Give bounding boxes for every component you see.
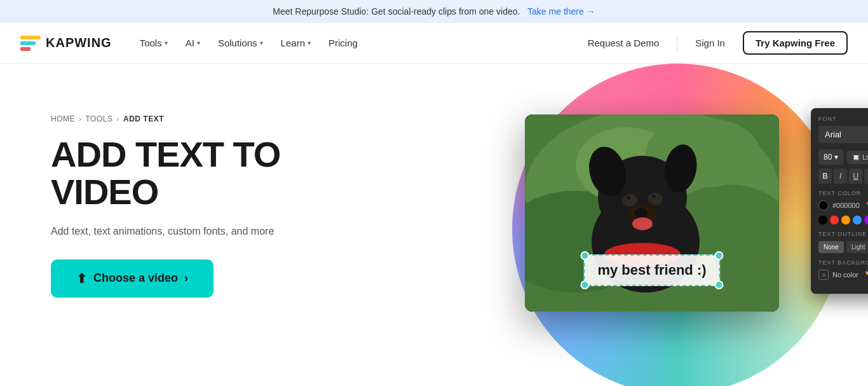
align-left-button[interactable]: ≡ (864, 169, 868, 184)
color-presets (818, 216, 868, 224)
format-buttons: B I U ≡ ☰ ≡ ☰ (818, 169, 868, 184)
svg-point-14 (627, 196, 630, 200)
size-select[interactable]: 80 ▾ (818, 149, 843, 165)
nav-right: Request a Demo Sign In Try Kapwing Free (580, 31, 848, 55)
color-row: #000000 ✏️ (818, 200, 868, 210)
no-color-swatch[interactable]: ⊘ (818, 270, 829, 280)
color-picker-icon-2[interactable]: ✏️ (865, 271, 868, 279)
nav-item-ai[interactable]: AI ▾ (178, 32, 208, 53)
breadcrumb-current: ADD TEXT (123, 114, 164, 123)
chevron-down-icon: ▾ (165, 39, 168, 46)
nav-links: Tools ▾ AI ▾ Solutions ▾ Learn ▾ Pricing (132, 32, 580, 53)
color-preset-purple[interactable] (864, 216, 868, 224)
nav-item-solutions[interactable]: Solutions ▾ (210, 32, 271, 53)
svg-point-15 (652, 195, 656, 198)
breadcrumb-home[interactable]: HOME (51, 114, 75, 123)
editor-video: my best friend :) (525, 114, 779, 312)
breadcrumb-tools[interactable]: TOOLS (86, 114, 113, 123)
outline-light-button[interactable]: Light (846, 241, 868, 253)
editor-mockup: my best friend :) (525, 114, 779, 312)
nav-divider (677, 36, 677, 51)
hero-right: my best friend :) FONT Arial ▾ 80 ▾ (356, 102, 817, 386)
svg-point-18 (632, 217, 653, 230)
outline-buttons: None Light Dark (818, 241, 868, 253)
chevron-down-icon: ▾ (260, 39, 263, 46)
resize-handle-bl[interactable] (580, 280, 589, 289)
text-overlay[interactable]: my best friend :) (583, 254, 720, 286)
no-color-text: No color (832, 271, 858, 279)
font-label: FONT (818, 116, 868, 122)
hero-subtitle: Add text, text animations, custom fonts,… (51, 224, 356, 239)
color-preset-red[interactable] (830, 216, 839, 224)
banner-link[interactable]: Take me there → (527, 6, 595, 17)
text-color-section: TEXT COLOR #000000 ✏️ (818, 190, 868, 224)
request-demo-button[interactable]: Request a Demo (580, 32, 667, 53)
nav-item-tools[interactable]: Tools ▾ (132, 32, 175, 53)
upload-icon: ⬆ (76, 271, 87, 286)
banner-text: Meet Repurpose Studio: Get social-ready … (273, 6, 520, 17)
underline-button[interactable]: U (849, 169, 862, 184)
current-color-swatch[interactable] (818, 200, 829, 210)
font-section: FONT Arial ▾ (818, 116, 868, 143)
color-preset-blue[interactable] (853, 216, 862, 224)
try-free-button[interactable]: Try Kapwing Free (743, 31, 848, 55)
hero-left: HOME › TOOLS › ADD TEXT ADD TEXT TO VIDE… (51, 102, 356, 298)
text-color-label: TEXT COLOR (818, 190, 868, 196)
chevron-down-icon: ▾ (308, 39, 311, 46)
bold-button[interactable]: B (818, 169, 832, 184)
breadcrumb-sep2: › (116, 114, 119, 123)
breadcrumb: HOME › TOOLS › ADD TEXT (51, 114, 356, 123)
chevron-down-icon: ▾ (834, 153, 838, 162)
resize-handle-tl[interactable] (580, 251, 589, 260)
no-color-row: ⊘ No color ✏️ (818, 270, 868, 280)
logo-text: KAPWING (46, 36, 112, 50)
navbar: KAPWING Tools ▾ AI ▾ Solutions ▾ Learn ▾… (0, 23, 868, 64)
overlay-text: my best friend :) (597, 262, 706, 278)
italic-button[interactable]: I (834, 169, 847, 184)
logo-icon (20, 36, 41, 51)
lock-icon: 🔲 (852, 154, 860, 161)
text-panel: FONT Arial ▾ 80 ▾ 🔲 Lock Ratio (811, 108, 868, 294)
sign-in-button[interactable]: Sign In (688, 32, 733, 53)
font-select[interactable]: Arial ▾ (818, 126, 868, 143)
text-outline-section: TEXT OUTLINE None Light Dark (818, 231, 868, 253)
nav-item-learn[interactable]: Learn ▾ (273, 32, 318, 53)
color-preset-black[interactable] (818, 216, 827, 224)
chevron-down-icon: ▾ (197, 39, 200, 46)
color-hex: #000000 (832, 202, 860, 209)
svg-point-17 (635, 208, 648, 218)
choose-video-button[interactable]: ⬆ Choose a video › (51, 259, 214, 298)
logo[interactable]: KAPWING (20, 36, 112, 51)
outline-none-button[interactable]: None (818, 241, 844, 253)
size-section: 80 ▾ 🔲 Lock Ratio B I U ≡ ☰ ≡ ☰ (818, 149, 868, 184)
lock-ratio-toggle[interactable]: 🔲 Lock Ratio (847, 151, 868, 164)
top-banner: Meet Repurpose Studio: Get social-ready … (0, 0, 868, 23)
font-row: 80 ▾ 🔲 Lock Ratio (818, 149, 868, 165)
page-title: ADD TEXT TO VIDEO (51, 136, 356, 211)
text-outline-label: TEXT OUTLINE (818, 231, 868, 237)
hero-section: HOME › TOOLS › ADD TEXT ADD TEXT TO VIDE… (0, 64, 868, 386)
breadcrumb-sep1: › (79, 114, 82, 123)
text-bg-label: TEXT BACKGROUND COLOR (818, 259, 868, 266)
nav-item-pricing[interactable]: Pricing (321, 32, 365, 53)
arrow-icon: › (184, 272, 188, 285)
color-preset-orange[interactable] (841, 216, 850, 224)
text-bg-section: TEXT BACKGROUND COLOR ⊘ No color ✏️ (818, 259, 868, 280)
